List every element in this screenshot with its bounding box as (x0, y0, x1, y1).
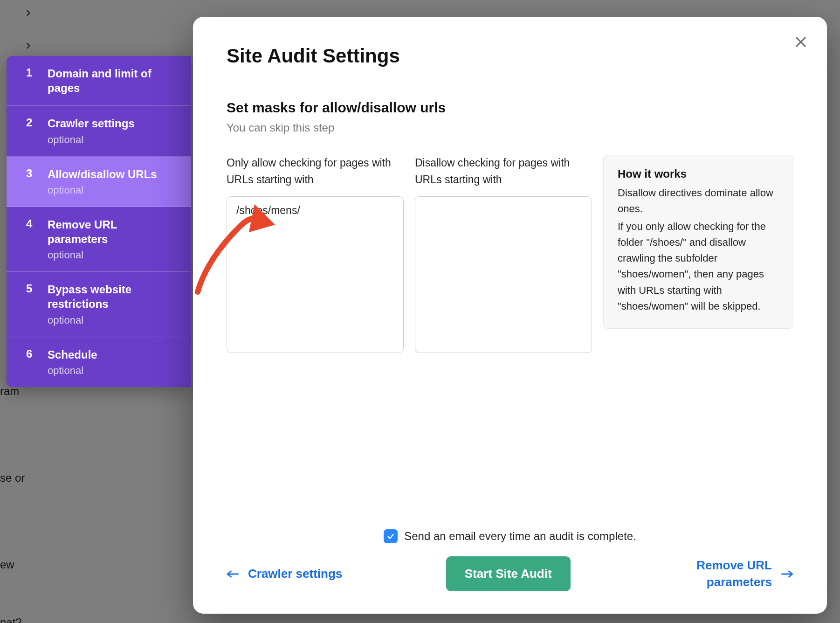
optional-label: optional (48, 134, 135, 146)
next-step-button[interactable]: Remove URL parameters (674, 557, 793, 590)
email-checkbox[interactable] (384, 529, 398, 543)
allow-label: Only allow checking for pages with URLs … (227, 155, 394, 188)
step-title: Remove URL parameters (48, 217, 177, 246)
optional-label: optional (48, 184, 157, 196)
info-text: If you only allow checking for the folde… (618, 219, 779, 314)
background-text: ram se or ew nat? (0, 377, 25, 623)
step-title: Domain and limit of pages (48, 66, 177, 95)
sidebar-step-domain[interactable]: 1 Domain and limit of pages (7, 56, 191, 106)
disallow-urls-input[interactable] (415, 196, 592, 353)
info-text: Disallow directives dominate allow ones. (618, 185, 779, 217)
step-title: Allow/disallow URLs (48, 167, 157, 181)
prev-step-button[interactable]: Crawler settings (227, 567, 342, 581)
disallow-label: Disallow checking for pages with URLs st… (415, 155, 583, 188)
section-subtitle: Set masks for allow/disallow urls (227, 100, 793, 116)
step-title: Crawler settings (48, 116, 135, 131)
settings-wizard-sidebar: 1 Domain and limit of pages 2 Crawler se… (7, 56, 191, 387)
optional-label: optional (48, 249, 177, 261)
arrow-right-icon (780, 569, 793, 579)
sidebar-step-crawler[interactable]: 2 Crawler settings optional (7, 106, 191, 156)
step-title: Schedule (48, 347, 97, 362)
how-it-works-panel: How it works Disallow directives dominat… (603, 155, 793, 329)
optional-label: optional (48, 314, 177, 326)
skip-hint: You can skip this step (227, 121, 793, 134)
site-audit-settings-modal: Site Audit Settings Set masks for allow/… (193, 17, 827, 614)
info-title: How it works (618, 167, 779, 180)
arrow-left-icon (227, 569, 240, 579)
sidebar-step-bypass[interactable]: 5 Bypass website restrictions optional (7, 272, 191, 337)
close-button[interactable] (792, 33, 810, 51)
sidebar-step-schedule[interactable]: 6 Schedule optional (7, 337, 191, 387)
optional-label: optional (48, 365, 97, 377)
allow-urls-input[interactable] (227, 196, 404, 353)
email-checkbox-label: Send an email every time an audit is com… (404, 530, 636, 543)
chevron-right-icon (19, 4, 37, 22)
sidebar-step-allow-disallow[interactable]: 3 Allow/disallow URLs optional (7, 157, 191, 207)
modal-title: Site Audit Settings (227, 45, 793, 67)
step-title: Bypass website restrictions (48, 282, 177, 311)
start-site-audit-button[interactable]: Start Site Audit (446, 556, 571, 591)
chevron-right-icon (19, 36, 37, 55)
sidebar-step-remove-params[interactable]: 4 Remove URL parameters optional (7, 207, 191, 272)
